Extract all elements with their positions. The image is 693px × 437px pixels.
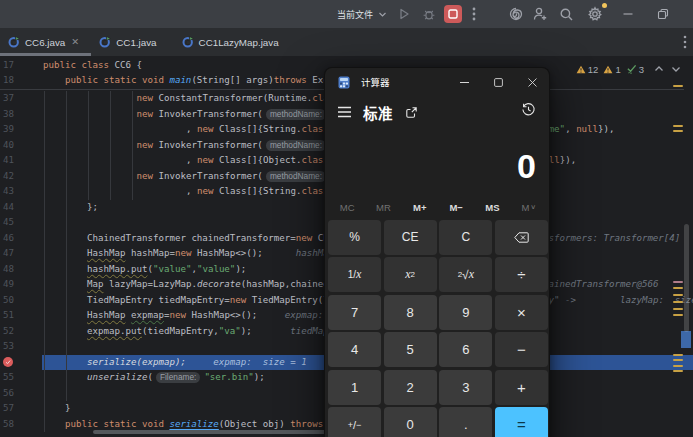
calc-key-five[interactable]: 5 [384,332,437,367]
error-stripe-mark[interactable] [673,125,683,127]
inspections-widget[interactable]: 1213 [576,62,681,76]
line-number: 44 [0,200,14,216]
calc-key-zero[interactable]: 0 [384,407,437,437]
prev-problem-button[interactable] [654,65,664,73]
calc-key-backspace[interactable] [495,220,548,255]
stop-button[interactable] [444,5,462,23]
calc-key-divide[interactable]: ÷ [495,257,548,292]
code-token: Class[]{String. [219,186,301,196]
window-minimize-button[interactable] [616,0,640,28]
calc-key-decimal[interactable]: . [439,407,492,437]
calc-key-add[interactable]: + [495,370,548,405]
run-config-label: 当前文件 [337,8,373,21]
java-class-icon: C [8,36,20,48]
code-token: serialize [87,357,136,367]
line-number: 45 [0,215,14,231]
calc-maximize-button[interactable] [481,68,515,96]
editor-tab-CC1LazyMap.java[interactable]: CCC1LazyMap.java [174,28,296,56]
breakpoint-icon[interactable] [3,357,13,367]
error-stripe-current-line-mark[interactable] [681,331,691,348]
calculator-window-title: 计算器 [361,75,390,89]
calc-key-six[interactable]: 6 [439,332,492,367]
menu-icon[interactable] [337,106,352,118]
keep-on-top-icon[interactable] [405,106,418,119]
code-token: new [137,171,159,181]
parameter-hint-pill: methodName: [266,140,326,151]
calc-key-multiply[interactable]: × [495,295,548,330]
code-line-48: hashMap.put("value","value"); [87,262,246,278]
calc-key-clear-entry[interactable]: CE [384,220,437,255]
error-stripe-mark[interactable] [673,130,683,132]
code-token: InvokerTransformer( [158,171,262,181]
calc-key-percent[interactable]: % [328,220,381,255]
run-configuration-selector[interactable]: 当前文件 [331,0,393,28]
memory-button-m-minus[interactable]: M− [438,196,474,218]
vertical-scrollbar[interactable] [684,224,689,332]
code-token: null [576,124,598,134]
indent-guide [66,91,67,401]
calc-key-one[interactable]: 1 [328,370,381,405]
settings-button[interactable] [583,2,607,26]
calc-key-eight[interactable]: 8 [384,295,437,330]
history-icon[interactable] [521,102,536,117]
error-stripe-mark[interactable] [673,308,683,310]
code-token: public static void [65,75,169,85]
memory-button-m-dropdown[interactable]: M∨ [511,196,547,218]
calc-key-clear[interactable]: C [439,220,492,255]
parameter-hint-pill: methodName: [266,109,326,120]
calc-key-sqrt[interactable]: 2√x [439,257,492,292]
line-number: 48 [0,262,14,278]
error-stripe-mark[interactable] [673,281,683,283]
memory-button-ms[interactable]: MS [474,196,510,218]
editor-tab-CC1.java[interactable]: CCC1.java [91,28,173,56]
calc-key-negate[interactable]: +/− [328,407,381,437]
line-number: 43 [0,184,14,200]
calc-key-three[interactable]: 3 [439,370,492,405]
editor-tab-CC6.java[interactable]: CCC6.java✕ [0,28,91,56]
debug-button[interactable] [417,2,441,26]
code-token: throws [290,419,323,429]
calc-key-seven[interactable]: 7 [328,295,381,330]
run-button[interactable] [392,2,416,26]
line-number: 56 [0,386,14,402]
line-number: 52 [0,324,14,340]
code-token: HashMap<>(); [191,248,262,258]
ai-assistant-button[interactable] [504,2,528,26]
code-with-me-button[interactable] [528,2,552,26]
calc-key-square[interactable]: x2 [384,257,437,292]
calc-key-nine[interactable]: 9 [439,295,492,330]
tab-list-menu-button[interactable] [683,28,687,56]
code-token: new [175,248,191,258]
calc-key-equals[interactable]: = [495,407,548,437]
code-token: HashMap<>(); [186,310,257,320]
code-token: ); [254,372,265,382]
next-problem-button[interactable] [671,65,681,73]
window-restore-button[interactable] [651,0,675,28]
memory-button-m-plus[interactable]: M+ [402,196,438,218]
memory-button-mr[interactable]: MR [365,196,401,218]
error-stripe-mark[interactable] [673,314,683,316]
run-icon [397,7,411,21]
line-number: 49 [0,277,14,293]
memory-button-mc[interactable]: MC [329,196,365,218]
error-stripe-mark[interactable] [673,287,683,289]
code-line-18: public static void main(String[] args)th… [65,73,367,89]
memory-buttons-row: MCMRM+M−MSM∨ [329,196,547,218]
calculator-title-bar[interactable]: 计算器 [325,68,549,96]
more-actions-button[interactable] [462,2,486,26]
code-token: Map [87,279,103,289]
calc-close-button[interactable] [515,68,549,96]
calc-key-four[interactable]: 4 [328,332,381,367]
code-token: serialize [169,419,218,429]
tab-close-icon[interactable]: ✕ [71,37,79,47]
calc-key-subtract[interactable]: − [495,332,548,367]
error-stripe-mark[interactable] [673,370,683,372]
code-token: TiedMapEntry tiedMapEntry= [87,295,230,305]
indent-guide [44,91,45,432]
calc-key-two[interactable]: 2 [384,370,437,405]
code-token: "value" [153,264,191,274]
search-everywhere-button[interactable] [554,2,578,26]
calc-minimize-button[interactable] [447,68,481,96]
code-token: public class [43,60,114,70]
calc-key-reciprocal[interactable]: 1/x [328,257,381,292]
